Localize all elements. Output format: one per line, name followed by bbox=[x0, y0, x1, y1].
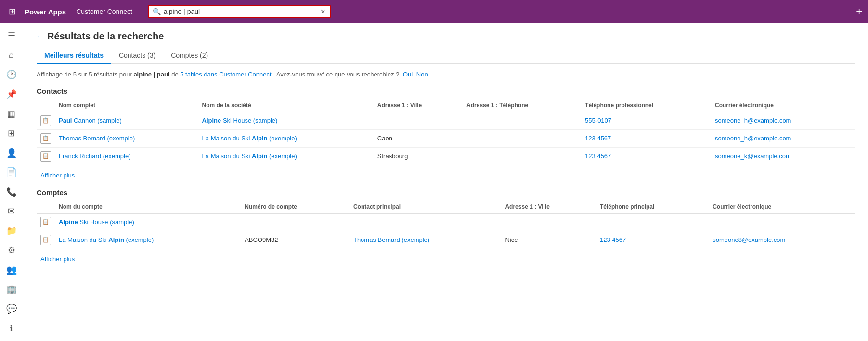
compte-entity-icon: 📋 bbox=[40, 235, 51, 245]
sidebar-mail-icon[interactable]: ✉ bbox=[2, 202, 21, 220]
sidebar-menu-icon[interactable]: ☰ bbox=[2, 27, 21, 45]
contact-tel-link[interactable]: 123 4567 bbox=[585, 152, 611, 160]
sidebar-info-icon[interactable]: ℹ bbox=[2, 319, 21, 337]
sidebar-recent-icon[interactable]: 🕐 bbox=[2, 66, 21, 84]
contact-tel-pro-cell: 555-0107 bbox=[581, 112, 711, 129]
contact-addr-tel-cell bbox=[463, 129, 581, 147]
contact-name-cell: Thomas Bernard (exemple) bbox=[55, 129, 198, 147]
sidebar: ☰ ⌂ 🕐 📌 ▦ ⊞ 👤 📄 📞 ✉ 📁 ⚙ 👥 🏢 💬 ℹ bbox=[0, 23, 23, 341]
compte-contact-cell: Thomas Bernard (exemple) bbox=[350, 231, 502, 249]
contacts-table-header: Nom complet Nom de la société Adresse 1 … bbox=[37, 99, 855, 112]
contact-tel-pro-cell: 123 4567 bbox=[581, 147, 711, 165]
oui-button[interactable]: Oui bbox=[403, 71, 413, 78]
compte-ville-cell: Nice bbox=[501, 231, 596, 249]
main-layout: ☰ ⌂ 🕐 📌 ▦ ⊞ 👤 📄 📞 ✉ 📁 ⚙ 👥 🏢 💬 ℹ ← Résult… bbox=[0, 23, 868, 341]
compte-email-link[interactable]: someone8@example.com bbox=[713, 236, 785, 243]
compte-email-cell bbox=[709, 213, 855, 231]
sidebar-filter-icon[interactable]: ⊞ bbox=[2, 125, 21, 142]
compte-tel-link[interactable]: 123 4567 bbox=[600, 236, 626, 243]
compte-name-link[interactable]: Alpine Ski House (sample) bbox=[59, 218, 134, 226]
contact-row: 📋 Franck Richard (exemple) La Maison du … bbox=[37, 147, 855, 165]
contact-row: 📋 Paul Cannon (sample) Alpine Ski House … bbox=[37, 112, 855, 129]
contact-email-link[interactable]: someone_h@example.com bbox=[715, 135, 791, 142]
contact-name-link[interactable]: Franck Richard (exemple) bbox=[59, 152, 131, 160]
topnav: ⊞ Power Apps Customer Connect 🔍 ✕ + bbox=[0, 0, 868, 23]
non-button[interactable]: Non bbox=[416, 71, 428, 78]
tab-best-results[interactable]: Meilleurs résultats bbox=[37, 48, 111, 64]
compte-tel-cell: 123 4567 bbox=[596, 231, 709, 249]
col-nom-compte: Nom du compte bbox=[55, 201, 241, 214]
sidebar-home-icon[interactable]: ⌂ bbox=[2, 47, 21, 64]
contact-email-link[interactable]: someone_h@example.com bbox=[715, 117, 791, 124]
tables-link[interactable]: 5 tables dans Customer Connect bbox=[180, 71, 271, 78]
tabs-bar: Meilleurs résultats Contacts (3) Comptes… bbox=[37, 48, 855, 64]
compte-tel-cell bbox=[596, 213, 709, 231]
contact-societe-link[interactable]: Alpine Ski House (sample) bbox=[202, 117, 278, 124]
col-icon bbox=[37, 201, 55, 214]
sidebar-folder-icon[interactable]: 📁 bbox=[2, 222, 21, 240]
col-societe: Nom de la société bbox=[198, 99, 374, 112]
col-ville2: Adresse 1 : Ville bbox=[501, 201, 596, 214]
societe-pre: La Maison du Ski bbox=[202, 135, 252, 142]
search-input[interactable] bbox=[164, 8, 317, 15]
contact-societe-link[interactable]: La Maison du Ski Alpin (exemple) bbox=[202, 152, 297, 160]
compte-contact-link[interactable]: Thomas Bernard (exemple) bbox=[353, 236, 429, 243]
contact-societe-cell: La Maison du Ski Alpin (exemple) bbox=[198, 129, 374, 147]
clear-search-icon[interactable]: ✕ bbox=[320, 8, 326, 15]
contact-tel-link[interactable]: 123 4567 bbox=[585, 135, 611, 142]
comptes-afficher-plus[interactable]: Afficher plus bbox=[40, 255, 75, 263]
compte-email-cell: someone8@example.com bbox=[709, 231, 855, 249]
col-icon bbox=[37, 99, 55, 112]
row-icon-cell: 📋 bbox=[37, 213, 55, 231]
compte-rest: Ski House (sample) bbox=[78, 218, 134, 226]
contact-name-full: Thomas Bernard (exemple) bbox=[59, 135, 135, 142]
col-nom-complet: Nom complet bbox=[55, 99, 198, 112]
main-content: ← Résultats de la recherche Meilleurs ré… bbox=[23, 23, 868, 341]
contact-tel-link[interactable]: 555-0107 bbox=[585, 117, 611, 124]
nav-divider bbox=[71, 7, 71, 16]
summary-suffix: . Avez-vous trouvé ce que vous recherchi… bbox=[273, 71, 399, 78]
col-email2: Courrier électronique bbox=[709, 201, 855, 214]
sidebar-pin-icon[interactable]: 📌 bbox=[2, 86, 21, 103]
compte-name-cell: La Maison du Ski Alpin (exemple) bbox=[55, 231, 241, 249]
contacts-afficher-plus[interactable]: Afficher plus bbox=[40, 172, 75, 179]
compte-name-cell: Alpine Ski House (sample) bbox=[55, 213, 241, 231]
contact-entity-icon: 📋 bbox=[40, 133, 51, 144]
contact-name-cell: Paul Cannon (sample) bbox=[55, 112, 198, 129]
tab-comptes[interactable]: Comptes (2) bbox=[163, 48, 216, 64]
sidebar-grid2-icon[interactable]: ▦ bbox=[2, 105, 21, 123]
sidebar-docs-icon[interactable]: 📄 bbox=[2, 164, 21, 181]
col-numero: Numéro de compte bbox=[241, 201, 350, 214]
sidebar-phone-icon[interactable]: 📞 bbox=[2, 183, 21, 201]
global-search-box[interactable]: 🔍 ✕ bbox=[148, 5, 331, 18]
sidebar-chat-icon[interactable]: 💬 bbox=[2, 300, 21, 318]
contact-name-full: Franck Richard (exemple) bbox=[59, 152, 131, 160]
compte-name-link[interactable]: La Maison du Ski Alpin (exemple) bbox=[59, 236, 154, 243]
contact-name-highlight: Paul bbox=[59, 117, 72, 124]
compte-highlight: Alpin bbox=[108, 236, 124, 243]
sidebar-person-icon[interactable]: 👤 bbox=[2, 144, 21, 162]
sidebar-settings-icon[interactable]: ⚙ bbox=[2, 241, 21, 259]
contact-name-link[interactable]: Thomas Bernard (exemple) bbox=[59, 135, 135, 142]
grid-apps-icon[interactable]: ⊞ bbox=[6, 3, 19, 20]
sidebar-building-icon[interactable]: 🏢 bbox=[2, 280, 21, 298]
add-button[interactable]: + bbox=[856, 5, 862, 18]
compte-numero-cell bbox=[241, 213, 350, 231]
contacts-table: Nom complet Nom de la société Adresse 1 … bbox=[37, 99, 855, 165]
brand-logo: Power Apps bbox=[25, 8, 66, 16]
contact-email-link[interactable]: someone_k@example.com bbox=[715, 152, 791, 160]
back-arrow-icon[interactable]: ← bbox=[37, 32, 44, 41]
tab-contacts[interactable]: Contacts (3) bbox=[111, 48, 163, 64]
row-icon-cell: 📋 bbox=[37, 129, 55, 147]
comptes-section-title: Comptes bbox=[37, 189, 855, 197]
contact-addr-tel-cell bbox=[463, 112, 581, 129]
contact-name-link[interactable]: Paul Cannon (sample) bbox=[59, 117, 122, 124]
societe-post: (exemple) bbox=[267, 135, 297, 142]
compte-ville-cell bbox=[501, 213, 596, 231]
compte-numero-cell: ABCO9M32 bbox=[241, 231, 350, 249]
comptes-table: Nom du compte Numéro de compte Contact p… bbox=[37, 201, 855, 249]
summary-prefix: Affichage de 5 sur 5 résultats pour bbox=[37, 71, 133, 78]
contact-societe-link[interactable]: La Maison du Ski Alpin (exemple) bbox=[202, 135, 297, 142]
sidebar-group-icon[interactable]: 👥 bbox=[2, 261, 21, 279]
compte-contact-cell bbox=[350, 213, 502, 231]
